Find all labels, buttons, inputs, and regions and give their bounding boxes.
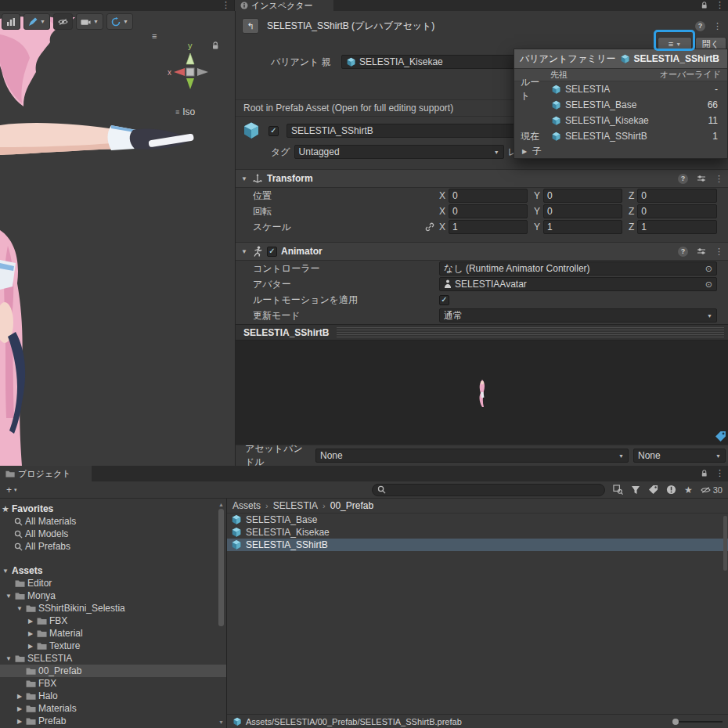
tree-item-editor[interactable]: Editor <box>0 577 226 589</box>
foldout-closed-icon[interactable]: ▶ <box>16 705 23 712</box>
tree-item-all-models[interactable]: All Models <box>0 528 226 540</box>
variant-row-kisekae[interactable]: SELESTIA_Kisekae 11 <box>514 113 727 128</box>
position-z-field[interactable]: 0 <box>637 189 717 203</box>
inspector-pane-menu-icon[interactable]: ⋮ <box>715 1 724 9</box>
rotation-y-field[interactable]: 0 <box>543 204 622 218</box>
asset-list-scrollbar[interactable] <box>723 516 727 571</box>
assetbundle-variant-dropdown[interactable]: None ▼ <box>633 449 726 463</box>
breadcrumb-assets[interactable]: Assets <box>232 500 261 511</box>
filter-by-label-icon[interactable] <box>648 485 658 495</box>
scroll-up-icon[interactable]: ▲ <box>218 502 224 507</box>
object-picker-icon[interactable]: ⊙ <box>705 280 712 289</box>
breadcrumb-00-prefab[interactable]: 00_Prefab <box>330 500 373 511</box>
tree-item-00-prefab[interactable]: 00_Prefab <box>0 665 226 677</box>
help-icon[interactable]: ? <box>678 174 688 184</box>
apply-root-motion-checkbox[interactable]: ✓ <box>439 295 449 305</box>
asset-row-selestia-kisekae[interactable]: SELESTIA_Kisekae <box>227 526 728 539</box>
rotation-z-field[interactable]: 0 <box>637 204 717 218</box>
foldout-open-icon[interactable]: ▼ <box>240 248 248 255</box>
variant-children-foldout[interactable]: ▶ 子 <box>514 144 727 158</box>
tab-project[interactable]: プロジェクト <box>0 466 92 481</box>
object-picker-icon[interactable]: ⊙ <box>705 265 712 273</box>
presets-icon[interactable] <box>697 247 706 255</box>
inspector-more-icon[interactable]: ⋮ <box>713 22 722 31</box>
create-asset-button[interactable]: + ▾ <box>4 485 20 496</box>
tag-dropdown[interactable]: Untagged ▼ <box>294 145 504 159</box>
animator-enabled-checkbox[interactable]: ✓ <box>267 247 277 257</box>
assetbundle-dropdown[interactable]: None ▼ <box>315 449 629 463</box>
tools-overlay-button[interactable] <box>2 13 20 30</box>
filter-by-type-icon[interactable] <box>631 485 640 495</box>
hidden-items-counter[interactable]: 30 <box>701 485 723 495</box>
tree-item-all-materials[interactable]: All Materials <box>0 515 226 528</box>
tree-item-monya[interactable]: ▼ Monya <box>0 589 226 602</box>
tree-favorites-header[interactable]: ★ Favorites <box>0 503 226 515</box>
preview-header[interactable]: SELESTIA_SShirtB <box>236 324 728 341</box>
foldout-closed-icon[interactable]: ▶ <box>27 643 34 650</box>
assetbundle-tag-icon[interactable] <box>715 431 726 442</box>
prefab-back-button[interactable]: ↰ <box>242 18 259 34</box>
slider-knob[interactable] <box>672 719 679 725</box>
tree-item-selestia[interactable]: ▼ SELESTIA <box>0 652 226 665</box>
tree-assets-header[interactable]: ▼ Assets <box>0 564 226 577</box>
component-menu-icon[interactable]: ⋮ <box>715 247 723 256</box>
scroll-down-icon[interactable]: ▼ <box>218 719 224 725</box>
lock-icon[interactable] <box>701 469 708 478</box>
scene-pane-menu-icon[interactable]: ⋮ <box>222 1 230 9</box>
tree-item-halo[interactable]: ▶ Halo <box>0 690 226 702</box>
tree-item-prefab[interactable]: ▶ Prefab <box>0 715 226 727</box>
overlay-menu-icon[interactable]: ≡ <box>152 31 157 41</box>
asset-zoom-slider[interactable] <box>672 719 723 725</box>
component-menu-icon[interactable]: ⋮ <box>715 175 723 183</box>
controller-object-field[interactable]: なし (Runtime Animator Controller) ⊙ <box>439 261 717 276</box>
foldout-closed-icon[interactable]: ▶ <box>16 693 23 700</box>
scene-gizmo[interactable]: y x <box>168 39 214 94</box>
project-search-field[interactable] <box>372 484 605 496</box>
camera-overlay-button[interactable]: ▼ <box>76 13 103 30</box>
scale-z-field[interactable]: 1 <box>637 220 717 234</box>
foldout-closed-icon[interactable]: ▶ <box>27 630 34 637</box>
draw-mode-button[interactable]: ▼ <box>23 13 50 30</box>
presets-icon[interactable] <box>697 175 706 182</box>
info-icon[interactable] <box>666 485 676 495</box>
tree-item-fbx[interactable]: ▶ FBX <box>0 614 226 627</box>
tree-scrollbar[interactable]: ▲ ▼ <box>218 502 225 725</box>
scrollbar-thumb[interactable] <box>218 509 224 626</box>
constrain-proportions-link-icon[interactable] <box>425 222 434 232</box>
foldout-open-icon[interactable]: ▼ <box>5 655 13 662</box>
position-x-field[interactable]: 0 <box>449 189 528 203</box>
scene-view[interactable]: ▼ ▼ ▼ ≡ y x <box>0 11 235 466</box>
search-input[interactable] <box>389 485 600 495</box>
foldout-open-icon[interactable]: ▼ <box>16 605 23 612</box>
variant-row-current[interactable]: 現在 SELESTIA_SShirtB 1 <box>514 128 727 144</box>
scale-x-field[interactable]: 1 <box>449 220 528 234</box>
open-in-search-icon[interactable] <box>613 485 623 495</box>
avatar-object-field[interactable]: SELESTIAAvatar ⊙ <box>439 277 717 291</box>
tree-item-sshirtbikini-selestia[interactable]: ▼ SShirtBikini_Selestia <box>0 602 226 614</box>
foldout-closed-icon[interactable]: ▶ <box>16 718 23 725</box>
preview-resize-grip[interactable] <box>337 327 724 337</box>
transform-header[interactable]: ▼ Transform ? ⋮ <box>236 169 728 188</box>
asset-row-selestia-sshirtb[interactable]: SELESTIA_SShirtB <box>227 539 728 551</box>
foldout-open-icon[interactable]: ▼ <box>240 175 248 182</box>
asset-row-selestia-base[interactable]: SELESTIA_Base <box>227 514 728 526</box>
update-mode-dropdown[interactable]: 通常 ▼ <box>439 308 717 323</box>
foldout-open-icon[interactable]: ▼ <box>5 593 13 600</box>
project-pane-menu-icon[interactable]: ⋮ <box>715 469 724 478</box>
foldout-closed-icon[interactable]: ▶ <box>27 618 34 625</box>
position-y-field[interactable]: 0 <box>543 189 622 203</box>
tree-item-texture[interactable]: ▶ Texture <box>0 640 226 652</box>
tree-item-materials[interactable]: ▶ Materials <box>0 702 226 715</box>
tree-item-material[interactable]: ▶ Material <box>0 627 226 640</box>
tree-item-fbx-2[interactable]: FBX <box>0 677 226 690</box>
help-icon[interactable]: ? <box>678 247 688 257</box>
help-icon[interactable]: ? <box>695 21 705 31</box>
tree-item-all-prefabs[interactable]: All Prefabs <box>0 540 226 553</box>
rotation-x-field[interactable]: 0 <box>449 204 528 218</box>
tab-inspector[interactable]: インスペクター <box>235 0 333 11</box>
animator-header[interactable]: ▼ ✓ Animator ? ⋮ <box>236 242 728 261</box>
breadcrumb-selestia[interactable]: SELESTIA <box>273 500 318 511</box>
lock-icon[interactable] <box>701 1 708 9</box>
component-overlay-button[interactable]: ▼ <box>106 13 133 30</box>
visibility-toggle-button[interactable] <box>53 13 73 30</box>
